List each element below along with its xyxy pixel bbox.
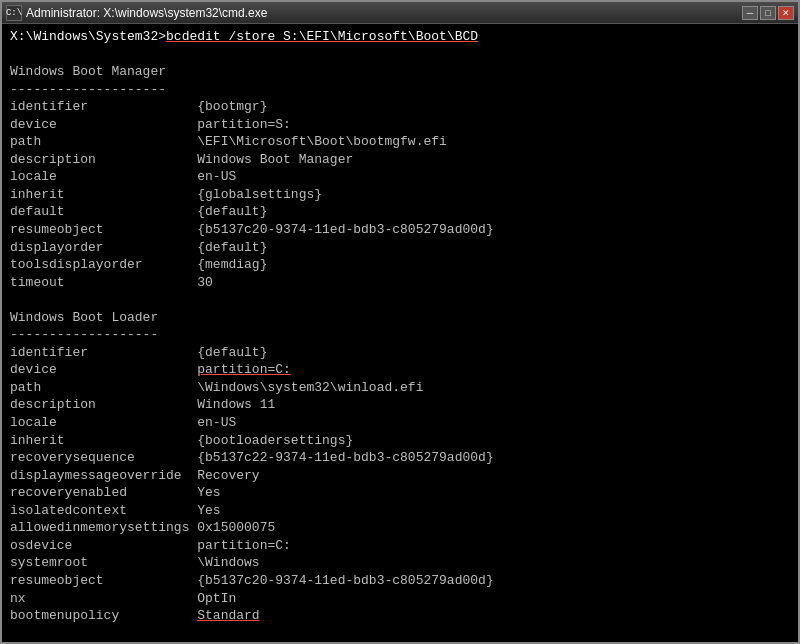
isolatedcontext: isolatedcontext Yes bbox=[10, 502, 790, 520]
description2: description Windows 11 bbox=[10, 396, 790, 414]
nx: nx OptIn bbox=[10, 590, 790, 608]
displayorder1: displayorder {default} bbox=[10, 239, 790, 257]
console-output: X:\Windows\System32>bcdedit /store S:\EF… bbox=[2, 24, 798, 642]
command-line: X:\Windows\System32>bcdedit /store S:\EF… bbox=[10, 28, 790, 46]
window-icon: C:\ bbox=[6, 5, 22, 21]
device1: device partition=S: bbox=[10, 116, 790, 134]
inherit2: inherit {bootloadersettings} bbox=[10, 432, 790, 450]
section2-divider: ------------------- bbox=[10, 326, 790, 344]
toolsdisplayorder: toolsdisplayorder {memdiag} bbox=[10, 256, 790, 274]
blank3 bbox=[10, 625, 790, 642]
blank1 bbox=[10, 46, 790, 64]
blank2 bbox=[10, 291, 790, 309]
titlebar-controls[interactable]: ─ □ ✕ bbox=[742, 6, 794, 20]
path2: path \Windows\system32\winload.efi bbox=[10, 379, 790, 397]
allowedinmemorysettings: allowedinmemorysettings 0x15000075 bbox=[10, 519, 790, 537]
window-title: Administrator: X:\windows\system32\cmd.e… bbox=[26, 6, 267, 20]
cmd-window: C:\ Administrator: X:\windows\system32\c… bbox=[0, 0, 800, 644]
section2-header: Windows Boot Loader bbox=[10, 309, 790, 327]
recoverysequence: recoverysequence {b5137c22-9374-11ed-bdb… bbox=[10, 449, 790, 467]
minimize-button[interactable]: ─ bbox=[742, 6, 758, 20]
section1-header: Windows Boot Manager bbox=[10, 63, 790, 81]
timeout: timeout 30 bbox=[10, 274, 790, 292]
displaymessageoverride: displaymessageoverride Recovery bbox=[10, 467, 790, 485]
systemroot: systemroot \Windows bbox=[10, 554, 790, 572]
identifier2: identifier {default} bbox=[10, 344, 790, 362]
recoveryenabled: recoveryenabled Yes bbox=[10, 484, 790, 502]
default1: default {default} bbox=[10, 203, 790, 221]
locale1: locale en-US bbox=[10, 168, 790, 186]
inherit1: inherit {globalsettings} bbox=[10, 186, 790, 204]
command-text: bcdedit /store S:\EFI\Microsoft\Boot\BCD bbox=[166, 29, 478, 44]
prompt: X:\Windows\System32> bbox=[10, 29, 166, 44]
osdevice: osdevice partition=C: bbox=[10, 537, 790, 555]
device2: device partition=C: bbox=[10, 361, 790, 379]
titlebar-left: C:\ Administrator: X:\windows\system32\c… bbox=[6, 5, 267, 21]
section1-divider: -------------------- bbox=[10, 81, 790, 99]
identifier1: identifier {bootmgr} bbox=[10, 98, 790, 116]
bootmenupolicy: bootmenupolicy Standard bbox=[10, 607, 790, 625]
resumeobject2: resumeobject {b5137c20-9374-11ed-bdb3-c8… bbox=[10, 572, 790, 590]
close-button[interactable]: ✕ bbox=[778, 6, 794, 20]
description1: description Windows Boot Manager bbox=[10, 151, 790, 169]
locale2: locale en-US bbox=[10, 414, 790, 432]
titlebar: C:\ Administrator: X:\windows\system32\c… bbox=[2, 2, 798, 24]
path1: path \EFI\Microsoft\Boot\bootmgfw.efi bbox=[10, 133, 790, 151]
resumeobject1: resumeobject {b5137c20-9374-11ed-bdb3-c8… bbox=[10, 221, 790, 239]
maximize-button[interactable]: □ bbox=[760, 6, 776, 20]
